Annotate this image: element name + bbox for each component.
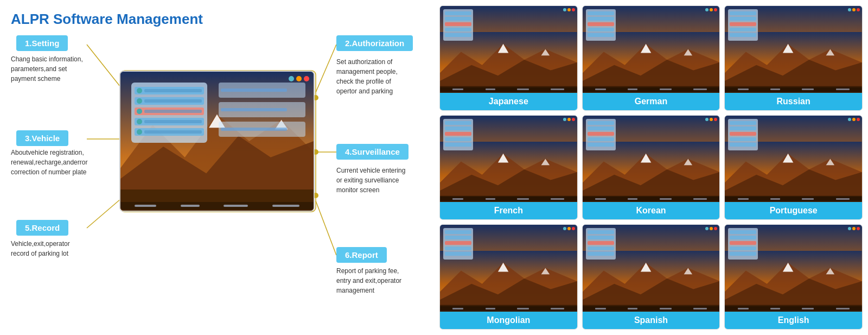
status-bar xyxy=(120,202,314,210)
lang-card-french: French xyxy=(439,115,578,220)
screenshot-menu xyxy=(131,83,207,143)
lang-icons-english xyxy=(848,227,860,230)
lang-ui-english xyxy=(728,228,758,260)
feature-authorization: 2.Authorization xyxy=(336,35,413,51)
lang-screenshot-spanish xyxy=(583,225,720,312)
lang-ui-french xyxy=(443,119,473,150)
lang-icons-japanese xyxy=(563,8,575,11)
feature-vehicle-desc: Aboutvehicle registration, renewal,recha… xyxy=(11,148,114,177)
lang-label-mongolian: Mongolian xyxy=(440,312,577,329)
lang-card-japanese: Japanese xyxy=(439,5,578,111)
lang-ui-portuguese xyxy=(728,119,758,150)
lang-screenshot-french xyxy=(440,116,577,203)
feature-report-desc: Report of parking fee, entry and exit,op… xyxy=(336,266,434,295)
feature-record-desc: Vehicle,exit,operator record of parking … xyxy=(11,239,108,258)
screenshot-icons xyxy=(289,76,309,81)
icon3 xyxy=(304,76,309,81)
lang-screenshot-portuguese xyxy=(725,116,862,203)
center-screenshot xyxy=(119,71,315,212)
screenshot-reports xyxy=(219,83,305,141)
menu-item-3 xyxy=(135,108,204,115)
lang-card-english: English xyxy=(724,224,863,330)
lang-label-korean: Korean xyxy=(583,202,720,219)
lang-screenshot-russian xyxy=(725,6,862,93)
lang-icons-spanish xyxy=(705,227,717,230)
menu-item-5 xyxy=(135,128,204,136)
lang-card-portuguese: Portuguese xyxy=(724,115,863,220)
feature-report: 6.Report xyxy=(336,247,387,263)
lang-icons-german xyxy=(705,8,717,11)
menu-item-1 xyxy=(135,87,204,94)
menu-item-4 xyxy=(135,118,204,125)
feature-surveillance-desc: Current vehicle entering or exiting surv… xyxy=(336,166,434,195)
svg-line-5 xyxy=(316,201,336,255)
lang-icons-russian xyxy=(848,8,860,11)
report-3 xyxy=(219,122,305,137)
lang-screenshot-mongolian xyxy=(440,225,577,312)
feature-setting: 1.Setting xyxy=(16,35,68,51)
lang-card-german: German xyxy=(582,5,720,111)
lang-label-french: French xyxy=(440,202,577,219)
report-2 xyxy=(219,102,305,117)
lang-icons-mongolian xyxy=(563,227,575,230)
lang-ui-mongolian xyxy=(443,228,473,260)
lang-screenshot-english xyxy=(725,225,862,312)
lang-screenshot-korean xyxy=(583,116,720,203)
feature-authorization-desc: Set authorization of management people, … xyxy=(336,57,434,96)
lang-icons-portuguese xyxy=(848,118,860,121)
icon1 xyxy=(289,76,294,81)
lang-card-mongolian: Mongolian xyxy=(439,224,578,330)
svg-line-3 xyxy=(316,45,336,92)
lang-ui-japanese xyxy=(443,9,473,41)
lang-screenshot-japanese xyxy=(440,6,577,93)
lang-ui-russian xyxy=(728,9,758,41)
lang-ui-spanish xyxy=(586,228,616,260)
report-1 xyxy=(219,83,305,98)
lang-screenshot-german xyxy=(583,6,720,93)
lang-card-spanish: Spanish xyxy=(582,224,720,330)
feature-record: 5.Record xyxy=(16,220,68,236)
icon2 xyxy=(296,76,302,81)
feature-vehicle: 3.Vehicle xyxy=(16,130,68,146)
lang-label-japanese: Japanese xyxy=(440,93,577,110)
lang-ui-korean xyxy=(586,119,616,150)
lang-label-russian: Russian xyxy=(725,93,862,110)
lang-label-portuguese: Portuguese xyxy=(725,202,862,219)
main-title: ALPR Software Management xyxy=(11,11,434,28)
left-panel: ALPR Software Management 1.Setting Chang… xyxy=(0,0,434,335)
feature-setting-desc: Chang basic information, parameters,and … xyxy=(11,54,108,84)
lang-ui-german xyxy=(586,9,616,41)
lang-card-russian: Russian xyxy=(724,5,863,111)
language-grid: Japanese xyxy=(434,0,868,335)
menu-item-2 xyxy=(135,97,204,105)
lang-label-german: German xyxy=(583,93,720,110)
lang-label-english: English xyxy=(725,312,862,329)
feature-surveillance: 4.Surveillance xyxy=(336,144,409,160)
lang-label-spanish: Spanish xyxy=(583,312,720,329)
lang-icons-korean xyxy=(705,118,717,121)
lang-card-korean: Korean xyxy=(582,115,720,220)
lang-icons-french xyxy=(563,118,575,121)
